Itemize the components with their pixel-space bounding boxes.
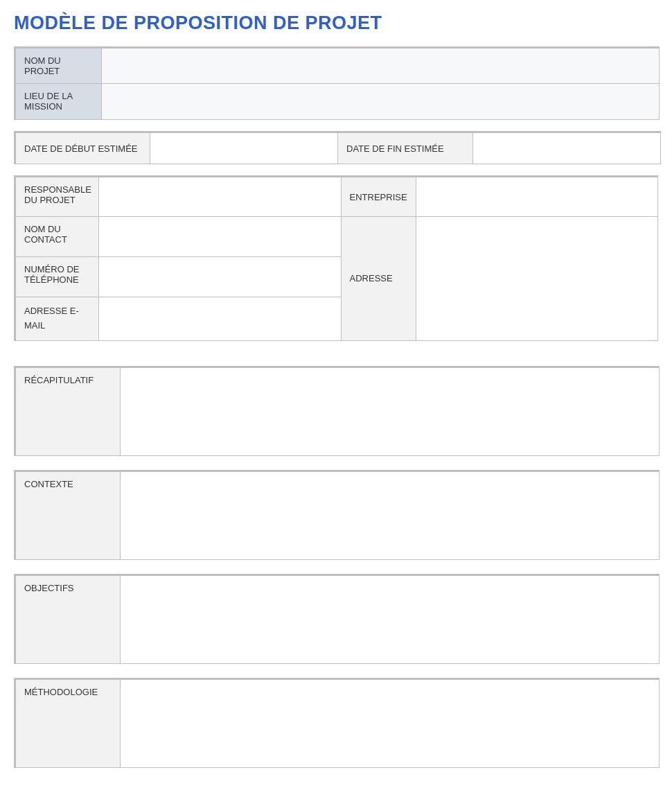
methodology-table: MÉTHODOLOGIE xyxy=(14,678,660,768)
context-field[interactable] xyxy=(121,471,660,559)
manager-label: RESPONSABLE DU PROJET xyxy=(15,177,99,217)
start-date-label: DATE DE DÉBUT ESTIMÉE xyxy=(15,132,150,164)
email-label: ADRESSE E-MAIL xyxy=(15,297,99,341)
end-date-label: DATE DE FIN ESTIMÉE xyxy=(338,132,473,164)
context-label: CONTEXTE xyxy=(15,471,121,559)
methodology-label: MÉTHODOLOGIE xyxy=(15,678,121,767)
summary-field[interactable] xyxy=(121,367,660,455)
phone-label: NUMÉRO DE TÉLÉPHONE xyxy=(15,257,99,297)
context-table: CONTEXTE xyxy=(14,470,660,560)
company-label: ENTREPRISE xyxy=(341,177,416,217)
address-label: ADRESSE xyxy=(341,217,416,341)
objectives-field[interactable] xyxy=(121,575,660,663)
company-field[interactable] xyxy=(416,177,657,217)
dates-table: DATE DE DÉBUT ESTIMÉE DATE DE FIN ESTIMÉ… xyxy=(14,131,661,164)
summary-label: RÉCAPITULATIF xyxy=(15,367,121,455)
address-field[interactable] xyxy=(416,217,657,341)
phone-field[interactable] xyxy=(99,257,341,297)
mission-location-label: LIEU DE LA MISSION xyxy=(15,84,102,120)
objectives-label: OBJECTIFS xyxy=(15,575,121,663)
contact-name-field[interactable] xyxy=(99,217,341,257)
project-name-field[interactable] xyxy=(102,48,660,84)
manager-field[interactable] xyxy=(99,177,341,217)
mission-location-field[interactable] xyxy=(102,84,660,120)
project-name-label: NOM DU PROJET xyxy=(15,48,102,84)
contact-name-label: NOM DU CONTACT xyxy=(15,217,99,257)
start-date-field[interactable] xyxy=(150,132,338,164)
project-header-table: NOM DU PROJET LIEU DE LA MISSION xyxy=(14,46,660,120)
summary-table: RÉCAPITULATIF xyxy=(14,366,660,456)
page-title: MODÈLE DE PROPOSITION DE PROJET xyxy=(14,12,658,34)
methodology-field[interactable] xyxy=(121,678,660,767)
email-field[interactable] xyxy=(99,297,341,341)
objectives-table: OBJECTIFS xyxy=(14,574,660,664)
contact-table: RESPONSABLE DU PROJET ENTREPRISE NOM DU … xyxy=(14,175,658,341)
end-date-field[interactable] xyxy=(473,132,661,164)
